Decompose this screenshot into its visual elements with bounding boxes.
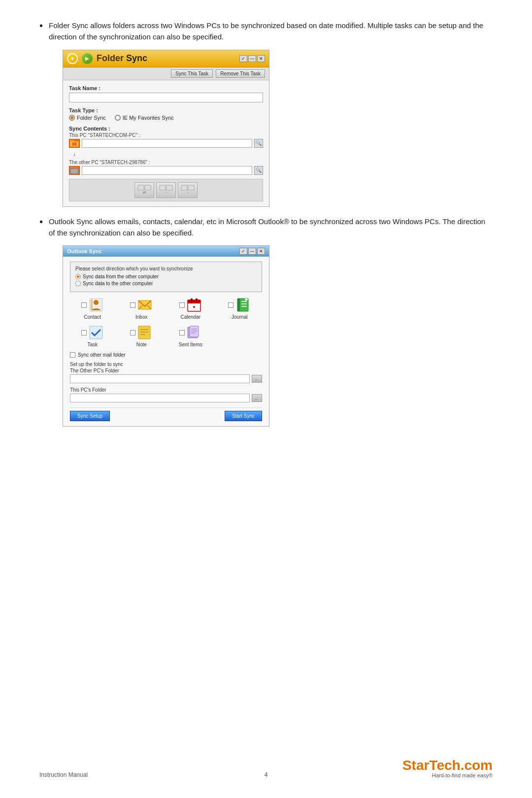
sync-right-btn[interactable]: →: [178, 182, 198, 198]
calendar-checkbox[interactable]: [179, 302, 185, 308]
sync-contents-label: Sync Contents :: [69, 126, 263, 132]
task-name-label: Task Name :: [69, 85, 263, 91]
outlook-item-note: Note: [119, 325, 165, 347]
sync-contents-section: Sync Contents : This PC "STARTECHCOM-PC"…: [69, 126, 263, 201]
this-pc-search-button[interactable]: 🔍: [254, 139, 263, 148]
contact-label: Contact: [84, 314, 101, 320]
note-icon: [137, 325, 153, 340]
task-icon: [88, 325, 104, 340]
svg-rect-40: [190, 326, 199, 337]
outlook-item-contact: Contact: [70, 297, 115, 320]
task-checkbox[interactable]: [81, 330, 87, 335]
outlook-sync-window: Outlook Sync ✓ — ✕ Please select directi…: [63, 245, 269, 427]
folder-sync-titlebar: + ▶ Folder Sync ✓ — ✕: [63, 50, 269, 67]
os-window-buttons[interactable]: ✓ — ✕: [239, 248, 265, 255]
svg-text:●: ●: [193, 304, 195, 309]
other-pc-folder-input[interactable]: [70, 374, 249, 383]
svg-rect-14: [188, 185, 194, 190]
folder-sync-window: + ▶ Folder Sync ✓ — ✕ Sync This Task: [63, 50, 269, 207]
fs-close-btn[interactable]: ✕: [257, 55, 265, 62]
sync-setup-button[interactable]: Sync Setup: [70, 411, 110, 421]
outlook-item-calendar: ● Calendar: [168, 297, 213, 320]
fs-body: Task Name : Task Type : Folder Sync IE M…: [63, 80, 269, 206]
outlook-sync-titlebar: Outlook Sync ✓ — ✕: [63, 246, 269, 257]
outlook-item-journal: Journal: [217, 297, 263, 320]
svg-text:⇄: ⇄: [143, 190, 146, 195]
other-pc-path-input[interactable]: [82, 166, 252, 175]
sent-label: Sent Items: [179, 342, 202, 347]
fs-check-btn[interactable]: ✓: [239, 55, 247, 62]
footer-manual-label: Instruction Manual: [39, 771, 88, 778]
inbox-label: Inbox: [135, 314, 147, 320]
journal-row: [228, 297, 251, 313]
radio-to-other-circle[interactable]: [75, 281, 81, 286]
outlook-sync-title: Outlook Sync: [67, 248, 102, 254]
radio-folder-sync-label: Folder Sync: [77, 115, 106, 121]
svg-text:←: ←: [164, 190, 168, 195]
direction-label: Please select direction which you want t…: [75, 266, 257, 271]
fs-window-buttons[interactable]: ✓ — ✕: [239, 55, 265, 62]
sync-both-btn[interactable]: ⇄: [134, 182, 154, 198]
other-pc-folder-icon: [69, 166, 80, 175]
outlook-item-inbox: Inbox: [119, 297, 165, 320]
contact-checkbox[interactable]: [81, 302, 87, 308]
start-sync-button[interactable]: Start Sync: [225, 411, 262, 421]
task-row: [81, 325, 104, 340]
inbox-checkbox[interactable]: [130, 302, 135, 308]
os-check-btn[interactable]: ✓: [239, 248, 247, 255]
contact-row: [81, 297, 104, 313]
svg-rect-10: [160, 185, 166, 190]
other-pc-search-button[interactable]: 🔍: [254, 166, 263, 175]
other-pc-folder-row: ...: [70, 374, 262, 383]
this-pc-folder-input[interactable]: [70, 394, 249, 402]
os-minimize-btn[interactable]: —: [248, 248, 256, 255]
journal-icon: [235, 297, 251, 313]
radio-ie-favorites[interactable]: IE My Favorites Sync: [115, 115, 174, 121]
fs-minimize-btn[interactable]: —: [248, 55, 256, 62]
calendar-row: ●: [179, 297, 202, 313]
task-type-label: Task Type :: [69, 107, 263, 113]
bullet-dot-2: •: [39, 216, 43, 228]
radio-to-other-label: Sync data to the other computer: [83, 281, 153, 286]
svg-rect-6: [71, 169, 78, 173]
svg-rect-34: [90, 326, 102, 339]
this-pc-folder-button[interactable]: ...: [252, 394, 263, 402]
other-mail-folder-row: Sync other mail folder: [70, 352, 262, 358]
journal-checkbox[interactable]: [228, 302, 233, 308]
sync-left-btn[interactable]: ←: [156, 182, 176, 198]
this-pc-path-input[interactable]: [82, 139, 252, 148]
radio-to-other[interactable]: Sync data to the other computer: [75, 281, 257, 286]
this-pc-folder-row: ...: [70, 394, 262, 402]
svg-rect-35: [138, 326, 150, 339]
svg-rect-8: [145, 185, 151, 190]
fs-toolbar: Sync This Task Remove This Task: [63, 67, 269, 80]
remove-this-task-button[interactable]: Remove This Task: [216, 69, 265, 78]
radio-from-other[interactable]: Sync data from the other computer: [75, 274, 257, 279]
other-pc-folder-button[interactable]: ...: [252, 375, 263, 383]
svg-rect-25: [196, 299, 198, 301]
radio-ie-favorites-circle[interactable]: [115, 115, 121, 121]
note-checkbox[interactable]: [130, 330, 135, 335]
radio-folder-sync[interactable]: Folder Sync: [69, 115, 106, 121]
fs-title-left: + ▶ Folder Sync: [67, 53, 147, 64]
brand-dot-com: .com: [461, 758, 493, 773]
radio-from-other-circle[interactable]: [75, 274, 81, 279]
note-label: Note: [136, 342, 147, 347]
os-close-btn[interactable]: ✕: [257, 248, 265, 255]
svg-text:→: →: [186, 190, 190, 195]
bullet-dot-1: •: [39, 20, 43, 32]
other-mail-checkbox[interactable]: [70, 352, 75, 358]
svg-rect-7: [138, 185, 144, 190]
sync-this-task-button[interactable]: Sync This Task: [171, 69, 213, 78]
page-footer: Instruction Manual 4 StarTech.com Hard-t…: [39, 759, 493, 778]
radio-folder-sync-circle[interactable]: [69, 115, 75, 121]
task-name-input[interactable]: [69, 93, 263, 102]
outlook-items-row1: Contact: [70, 297, 262, 320]
sync-arrow: ↓: [73, 151, 263, 158]
svg-rect-18: [91, 299, 93, 310]
this-pc-label: This PC "STARTECHCOM-PC" :: [69, 133, 263, 138]
sync-direction-box: Please select direction which you want t…: [70, 262, 262, 292]
svg-point-17: [94, 300, 99, 305]
svg-rect-13: [181, 185, 187, 190]
sent-checkbox[interactable]: [179, 330, 185, 335]
